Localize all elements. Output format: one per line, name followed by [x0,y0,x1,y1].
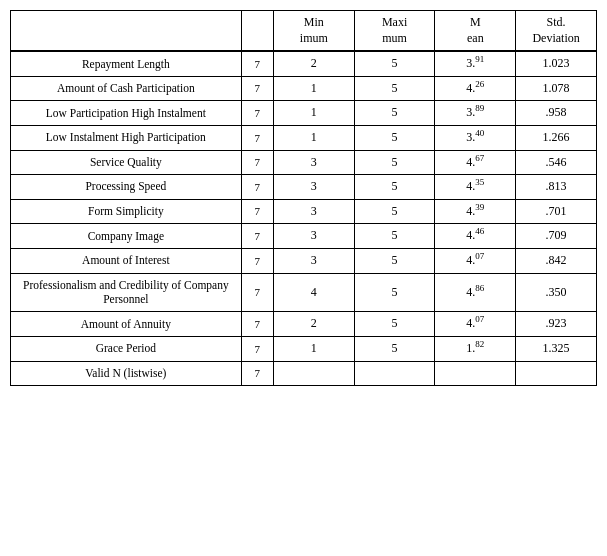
row-min-2: 1 [274,101,355,126]
row-std-9: .350 [516,273,597,312]
row-mean-6: 4.39 [435,199,516,224]
row-std-8: .842 [516,248,597,273]
row-mean-2: 3.89 [435,101,516,126]
row-label-6: Form Simplicity [11,199,242,224]
row-std-3: 1.266 [516,125,597,150]
row-max-5: 5 [354,175,435,200]
row-std-0: 1.023 [516,51,597,76]
col-header-std: Std.Deviation [516,11,597,52]
row-n-5: 7 [241,175,273,200]
row-n-2: 7 [241,101,273,126]
row-max-6: 5 [354,199,435,224]
row-n-4: 7 [241,150,273,175]
row-max-11: 5 [354,337,435,362]
col-header-n [241,11,273,52]
row-max-3: 5 [354,125,435,150]
row-mean-3: 3.40 [435,125,516,150]
row-std-11: 1.325 [516,337,597,362]
row-max-4: 5 [354,150,435,175]
row-label-4: Service Quality [11,150,242,175]
row-std-1: 1.078 [516,76,597,101]
row-min-3: 1 [274,125,355,150]
row-mean-5: 4.35 [435,175,516,200]
row-mean-8: 4.07 [435,248,516,273]
row-max-8: 5 [354,248,435,273]
row-min-7: 3 [274,224,355,249]
row-label-12: Valid N (listwise) [11,361,242,385]
row-min-6: 3 [274,199,355,224]
row-max-1: 5 [354,76,435,101]
row-mean-0: 3.91 [435,51,516,76]
col-header-mean: Mean [435,11,516,52]
row-n-7: 7 [241,224,273,249]
row-label-1: Amount of Cash Participation [11,76,242,101]
row-min-9: 4 [274,273,355,312]
row-n-1: 7 [241,76,273,101]
row-label-3: Low Instalment High Participation [11,125,242,150]
row-label-8: Amount of Interest [11,248,242,273]
row-label-0: Repayment Length [11,51,242,76]
row-mean-9: 4.86 [435,273,516,312]
statistics-table: Minimum Maximum Mean Std.Deviation Repay… [10,10,597,386]
row-std-4: .546 [516,150,597,175]
row-std-12 [516,361,597,385]
row-mean-7: 4.46 [435,224,516,249]
row-mean-4: 4.67 [435,150,516,175]
row-label-7: Company Image [11,224,242,249]
row-min-11: 1 [274,337,355,362]
row-label-10: Amount of Annuity [11,312,242,337]
row-n-12: 7 [241,361,273,385]
row-max-10: 5 [354,312,435,337]
row-n-3: 7 [241,125,273,150]
row-min-12 [274,361,355,385]
row-std-5: .813 [516,175,597,200]
row-min-8: 3 [274,248,355,273]
row-mean-11: 1.82 [435,337,516,362]
row-max-9: 5 [354,273,435,312]
row-min-10: 2 [274,312,355,337]
row-label-5: Processing Speed [11,175,242,200]
row-min-1: 1 [274,76,355,101]
row-max-7: 5 [354,224,435,249]
row-max-12 [354,361,435,385]
row-n-0: 7 [241,51,273,76]
row-mean-1: 4.26 [435,76,516,101]
row-n-10: 7 [241,312,273,337]
col-header-label [11,11,242,52]
row-max-0: 5 [354,51,435,76]
row-min-0: 2 [274,51,355,76]
row-mean-12 [435,361,516,385]
row-std-7: .709 [516,224,597,249]
col-header-max: Maximum [354,11,435,52]
col-header-min: Minimum [274,11,355,52]
row-n-8: 7 [241,248,273,273]
row-std-10: .923 [516,312,597,337]
row-std-6: .701 [516,199,597,224]
row-std-2: .958 [516,101,597,126]
row-min-5: 3 [274,175,355,200]
row-min-4: 3 [274,150,355,175]
row-mean-10: 4.07 [435,312,516,337]
row-label-11: Grace Period [11,337,242,362]
row-n-6: 7 [241,199,273,224]
row-n-9: 7 [241,273,273,312]
row-max-2: 5 [354,101,435,126]
row-label-9: Professionalism and Credibility of Compa… [11,273,242,312]
row-n-11: 7 [241,337,273,362]
row-label-2: Low Participation High Instalment [11,101,242,126]
